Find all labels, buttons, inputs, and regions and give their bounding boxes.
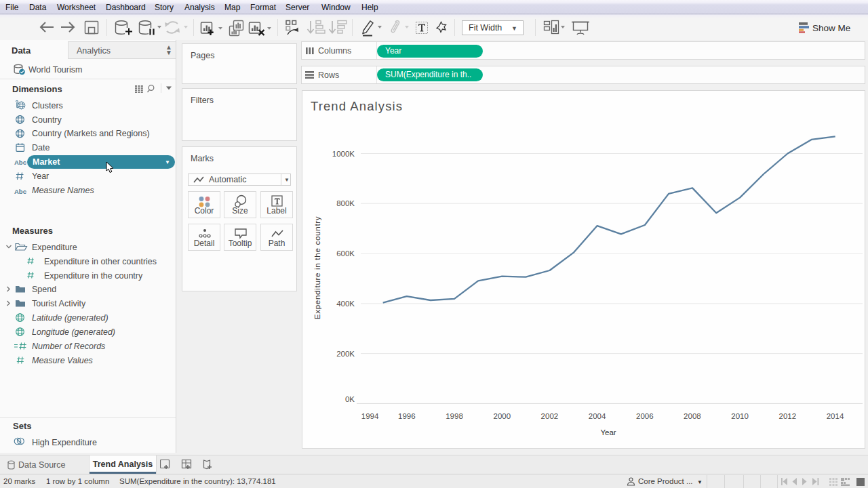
svg-text:1994: 1994 (361, 412, 379, 420)
svg-text:2006: 2006 (636, 412, 654, 420)
svg-text:Expenditure in the country: Expenditure in the country (313, 216, 322, 320)
svg-text:1998: 1998 (446, 412, 463, 420)
svg-text:0K: 0K (345, 395, 355, 403)
svg-text:800K: 800K (336, 199, 355, 207)
svg-text:2000: 2000 (494, 412, 511, 420)
svg-text:400K: 400K (336, 300, 355, 308)
svg-text:2012: 2012 (779, 412, 797, 420)
svg-text:Abc: Abc (14, 159, 26, 166)
svg-text:2004: 2004 (589, 412, 606, 420)
svg-text:Trend Analysis: Trend Analysis (311, 99, 403, 113)
svg-text:2008: 2008 (684, 412, 701, 420)
svg-text:600K: 600K (336, 249, 355, 258)
svg-text:2010: 2010 (731, 412, 749, 420)
svg-text:2014: 2014 (827, 412, 844, 420)
svg-text:200K: 200K (336, 350, 355, 358)
svg-text:Abc: Abc (14, 188, 26, 195)
svg-text:2002: 2002 (541, 412, 559, 420)
svg-text:1996: 1996 (398, 412, 416, 420)
svg-text:Year: Year (600, 428, 616, 436)
svg-text:1000K: 1000K (332, 150, 355, 158)
